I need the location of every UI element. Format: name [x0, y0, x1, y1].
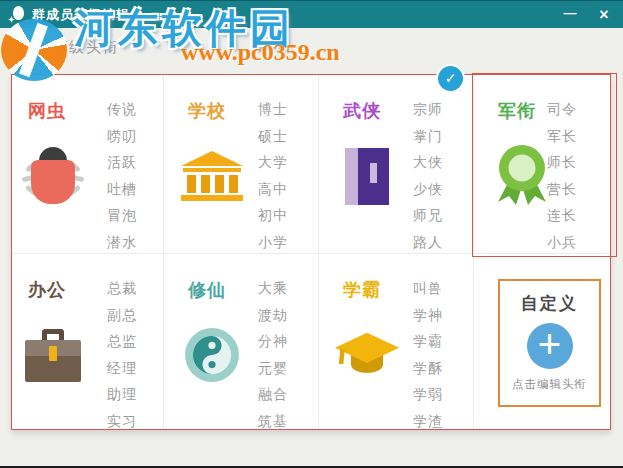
- briefcase-icon: [20, 316, 86, 394]
- category-title: 学霸: [343, 278, 381, 302]
- level-item[interactable]: 司令: [547, 96, 577, 123]
- level-item[interactable]: 高中: [258, 176, 288, 203]
- minimize-button[interactable]: —: [561, 8, 579, 22]
- level-item[interactable]: 传说: [107, 96, 137, 123]
- level-item[interactable]: 小学: [258, 229, 288, 256]
- level-list: 宗师 掌门 大侠 少侠 师兄 路人: [413, 96, 443, 255]
- level-item[interactable]: 学酥: [413, 355, 443, 382]
- level-item[interactable]: 潜水: [107, 229, 137, 256]
- level-item[interactable]: 经理: [107, 355, 137, 382]
- category-card-xuexiao[interactable]: 学校 博士 硕士 大学 高中 初中 小学: [163, 75, 318, 253]
- level-item[interactable]: 唠叨: [107, 123, 137, 150]
- level-item[interactable]: 实习: [107, 408, 137, 435]
- category-title: 军衔: [498, 99, 536, 123]
- level-list: 大乘 渡劫 分神 元婴 融合 筑基: [258, 275, 288, 434]
- level-item[interactable]: 学神: [413, 302, 443, 329]
- level-item[interactable]: 小兵: [547, 229, 577, 256]
- level-item[interactable]: 筑基: [258, 408, 288, 435]
- level-item[interactable]: 助理: [107, 381, 137, 408]
- level-item[interactable]: 总裁: [107, 275, 137, 302]
- category-title: 网虫: [28, 99, 66, 123]
- level-item[interactable]: 吐槽: [107, 176, 137, 203]
- level-list: 博士 硕士 大学 高中 初中 小学: [258, 96, 288, 255]
- level-item[interactable]: 军长: [547, 123, 577, 150]
- medal-icon: [489, 137, 555, 215]
- yinyang-icon: [179, 316, 245, 394]
- level-item[interactable]: 大乘: [258, 275, 288, 302]
- watermark-site-url: www.pc0359.cn: [181, 39, 340, 66]
- level-item[interactable]: 学渣: [413, 408, 443, 435]
- level-item[interactable]: 掌门: [413, 123, 443, 150]
- category-card-junxian[interactable]: 军衔 司令 军长 师长 营长 连长 小兵: [473, 75, 610, 253]
- level-item[interactable]: 路人: [413, 229, 443, 256]
- custom-title-box[interactable]: 自定义 + 点击编辑头衔: [498, 279, 601, 407]
- bug-icon: [20, 137, 86, 215]
- level-item[interactable]: 博士: [258, 96, 288, 123]
- level-item[interactable]: 分神: [258, 328, 288, 355]
- level-item[interactable]: 师长: [547, 149, 577, 176]
- graduation-cap-icon: [334, 316, 400, 394]
- level-item[interactable]: 活跃: [107, 149, 137, 176]
- category-card-wuxia[interactable]: 武侠 宗师 掌门 大侠 少侠 师兄 路人: [318, 75, 473, 253]
- custom-title: 自定义: [500, 292, 599, 315]
- group-level-editor-window: 群成员等级编辑 — × 选择等级头衔 河东软件园 www.pc0359.cn 网…: [0, 0, 623, 468]
- category-card-bangong[interactable]: 办公 总裁 副总 总监 经理 助理 实习: [12, 254, 163, 430]
- category-title: 学校: [188, 99, 226, 123]
- level-item[interactable]: 总监: [107, 328, 137, 355]
- level-item[interactable]: 少侠: [413, 176, 443, 203]
- category-card-wangchong[interactable]: 网虫 传说 唠叨 活跃 吐槽 冒泡 潜水: [12, 75, 163, 253]
- level-item[interactable]: 渡劫: [258, 302, 288, 329]
- level-item[interactable]: 连长: [547, 202, 577, 229]
- category-card-xueba[interactable]: 学霸 叫兽 学神 学霸 学酥 学弱 学渣: [318, 254, 473, 430]
- school-building-icon: [179, 137, 245, 215]
- book-icon: [334, 137, 400, 215]
- level-list: 总裁 副总 总监 经理 助理 实习: [107, 275, 137, 434]
- level-item[interactable]: 硕士: [258, 123, 288, 150]
- add-custom-title-button[interactable]: +: [527, 323, 573, 369]
- level-item[interactable]: 师兄: [413, 202, 443, 229]
- level-item[interactable]: 融合: [258, 381, 288, 408]
- selected-check-icon: ✓: [438, 66, 463, 91]
- section-header: 选择等级头衔: [18, 38, 120, 57]
- level-item[interactable]: 冒泡: [107, 202, 137, 229]
- level-item[interactable]: 叫兽: [413, 275, 443, 302]
- level-item[interactable]: 宗师: [413, 96, 443, 123]
- level-list: 司令 军长 师长 营长 连长 小兵: [547, 96, 577, 255]
- level-item[interactable]: 学弱: [413, 381, 443, 408]
- close-button[interactable]: ×: [595, 6, 613, 24]
- level-item[interactable]: 大学: [258, 149, 288, 176]
- category-card-xiuxian[interactable]: 修仙 大乘 渡劫 分神 元婴 融合 筑基: [163, 254, 318, 430]
- level-list: 叫兽 学神 学霸 学酥 学弱 学渣: [413, 275, 443, 434]
- category-grid: 网虫 传说 唠叨 活跃 吐槽 冒泡 潜水 学校: [11, 74, 611, 430]
- level-item[interactable]: 副总: [107, 302, 137, 329]
- level-item[interactable]: 元婴: [258, 355, 288, 382]
- app-penguin-icon: [10, 6, 25, 23]
- category-title: 办公: [28, 278, 66, 302]
- title-bar: 群成员等级编辑 — ×: [0, 0, 623, 28]
- category-title: 武侠: [343, 99, 381, 123]
- category-card-custom[interactable]: 自定义 + 点击编辑头衔: [473, 254, 610, 430]
- custom-hint: 点击编辑头衔: [500, 377, 599, 392]
- level-list: 传说 唠叨 活跃 吐槽 冒泡 潜水: [107, 96, 137, 255]
- level-item[interactable]: 大侠: [413, 149, 443, 176]
- level-item[interactable]: 营长: [547, 176, 577, 203]
- category-title: 修仙: [188, 278, 226, 302]
- level-item[interactable]: 学霸: [413, 328, 443, 355]
- window-title: 群成员等级编辑: [32, 6, 130, 24]
- level-item[interactable]: 初中: [258, 202, 288, 229]
